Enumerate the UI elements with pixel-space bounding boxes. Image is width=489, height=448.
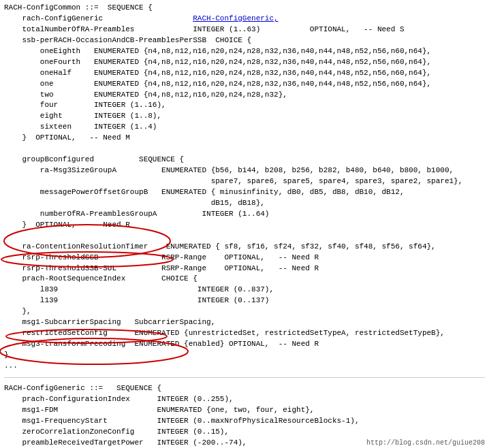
line-32: ...	[4, 362, 18, 370]
line-b6: preambleReceivedTargetPower INTEGER (-20…	[4, 438, 247, 447]
section-divider	[4, 377, 485, 378]
line-17: messagePowerOffsetGroupB ENUMERATED { mi…	[4, 188, 405, 196]
code-bottom: RACH-ConfigGeneric ::= SEQUENCE { prach-…	[4, 383, 485, 448]
line-14: groupBconfigured SEQUENCE {	[4, 155, 184, 163]
line-20: } OPTIONAL, -- Need R	[4, 221, 130, 229]
line-2: rach-ConfigGeneric RACH-ConfigGeneric,	[4, 14, 279, 22]
main-container: RACH-ConfigCommon ::= SEQUENCE { rach-Co…	[0, 0, 489, 448]
top-code-section: RACH-ConfigCommon ::= SEQUENCE { rach-Co…	[4, 3, 485, 372]
bottom-code-section: RACH-ConfigGeneric ::= SEQUENCE { prach-…	[4, 383, 485, 448]
line-27: },	[4, 307, 31, 315]
line-19: numberOfRA-PreamblesGroupA INTEGER (1..6…	[4, 210, 269, 218]
line-13: } OPTIONAL, -- Need M	[4, 133, 130, 142]
line-3: totalNumberOfRA-Preambles INTEGER (1..63…	[4, 25, 405, 33]
line-30: msg3-transformPrecoding ENUMERATED {enab…	[4, 340, 319, 348]
line-12: sixteen INTEGER (1..4)	[4, 123, 157, 131]
line-9: two ENUMERATED {n4,n8,n12,n16,n20,n24,n2…	[4, 91, 287, 99]
code-top: RACH-ConfigCommon ::= SEQUENCE { rach-Co…	[4, 3, 485, 372]
line-16: spare7, spare6, spare5, spare4, spare3, …	[4, 177, 462, 185]
line-15: ra-Msg3SizeGroupA ENUMERATED {b56, b144,…	[4, 166, 454, 174]
line-11: eight INTEGER (1..8),	[4, 112, 161, 120]
line-29: restrictedSetConfig ENUMERATED {unrestri…	[4, 329, 445, 337]
line-b5: zeroCorrelationZoneConfig INTEGER (0..15…	[4, 428, 229, 436]
line-b4: msg1-FrequencyStart INTEGER (0..maxNrofP…	[4, 417, 360, 425]
line-24: prach-RootSequenceIndex CHOICE {	[4, 274, 198, 283]
line-22: rsrp-ThresholdSSB RSRP-Range OPTIONAL, -…	[4, 253, 319, 261]
line-8: one ENUMERATED {n4,n8,n12,n16,n20,n24,n2…	[4, 80, 431, 88]
line-26: l139 INTEGER (0..137)	[4, 296, 269, 304]
line-10: four INTEGER (1..16),	[4, 101, 166, 109]
line-25: l839 INTEGER (0..837),	[4, 285, 274, 293]
line-18: dB15, dB18},	[4, 199, 265, 207]
line-23: rsrp-ThresholdSSB-SUL RSRP-Range OPTIONA…	[4, 264, 319, 272]
line-4: ssb-perRACH-OccasionAndCB-PreamblesPerSS…	[4, 36, 251, 44]
line-31: }	[4, 351, 9, 359]
line-28: msg1-SubcarrierSpacing SubcarrierSpacing…	[4, 318, 215, 326]
line-21: ra-ContentionResolutionTimer ENUMERATED …	[4, 242, 436, 251]
line-blank-1	[4, 144, 9, 153]
line-b1: RACH-ConfigGeneric ::= SEQUENCE {	[4, 384, 161, 392]
line-5: oneEighth ENUMERATED {n4,n8,n12,n16,n20,…	[4, 47, 431, 55]
line-7: oneHalf ENUMERATED {n4,n8,n12,n16,n20,n2…	[4, 69, 431, 77]
line-6: oneFourth ENUMERATED {n4,n8,n12,n16,n20,…	[4, 58, 431, 66]
line-1: RACH-ConfigCommon ::= SEQUENCE {	[4, 3, 153, 12]
footer-url: http://blog.csdn.net/guiue208	[366, 439, 485, 447]
rach-config-generic-link[interactable]: RACH-ConfigGeneric,	[193, 14, 278, 22]
line-b3: msg1-FDM ENUMERATED {one, two, four, eig…	[4, 406, 314, 414]
line-blank-2	[4, 231, 9, 240]
line-b2: prach-ConfigurationIndex INTEGER (0..255…	[4, 395, 234, 403]
